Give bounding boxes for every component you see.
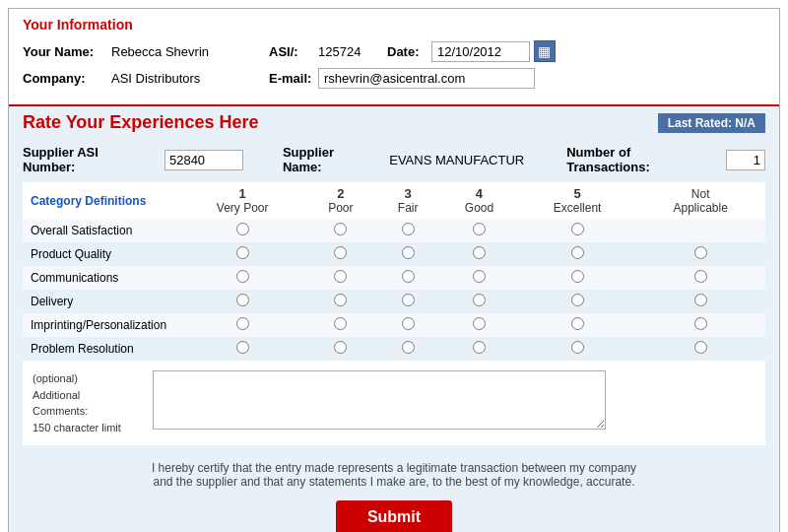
supplier-row: Supplier ASI Number: Supplier Name: EVAN… bbox=[9, 139, 779, 182]
supplier-asi-input[interactable] bbox=[164, 150, 243, 170]
rating-cell bbox=[180, 313, 304, 337]
col-num-2: 2 bbox=[310, 186, 370, 201]
date-input[interactable] bbox=[431, 41, 530, 62]
rating-cell bbox=[304, 313, 376, 337]
rating-cell bbox=[519, 219, 636, 242]
rating-cell bbox=[519, 337, 636, 361]
rating-cell bbox=[439, 313, 519, 337]
rating-radio[interactable] bbox=[402, 270, 415, 283]
submit-button[interactable]: Submit bbox=[336, 500, 452, 532]
last-rated-value: N/A bbox=[735, 116, 755, 130]
cert-line1: I hereby certify that the entry made rep… bbox=[9, 461, 779, 475]
rating-table: Category Definitions 1 Very Poor 2 Poor … bbox=[23, 182, 765, 361]
col-label-2: Poor bbox=[310, 201, 370, 215]
rating-radio[interactable] bbox=[402, 317, 415, 330]
company-row: Company: ASI Distributors E-mail: bbox=[23, 68, 765, 89]
rating-radio[interactable] bbox=[473, 246, 486, 259]
rating-radio[interactable] bbox=[402, 294, 415, 306]
rating-radio[interactable] bbox=[571, 294, 584, 306]
rating-radio[interactable] bbox=[236, 246, 249, 259]
email-input[interactable] bbox=[318, 68, 535, 89]
main-container: Your Information Your Name: Rebecca Shev… bbox=[8, 8, 780, 532]
asi-value: 125724 bbox=[318, 44, 387, 59]
rate-header: Rate Your Experiences Here Last Rated: N… bbox=[9, 104, 779, 139]
supplier-name-value: EVANS MANUFACTUR bbox=[389, 153, 547, 167]
col-label-1: Very Poor bbox=[186, 201, 298, 215]
rating-cell bbox=[519, 266, 636, 290]
name-label: Your Name: bbox=[23, 44, 111, 59]
rating-radio[interactable] bbox=[473, 294, 486, 306]
rating-radio[interactable] bbox=[402, 223, 415, 235]
supplier-asi-label: Supplier ASI Number: bbox=[23, 145, 145, 174]
rating-radio[interactable] bbox=[473, 223, 486, 235]
rating-cell bbox=[180, 242, 304, 266]
rating-cell bbox=[439, 219, 519, 242]
rating-radio[interactable] bbox=[473, 270, 486, 283]
date-label: Date: bbox=[387, 44, 431, 59]
rating-cell bbox=[439, 337, 519, 361]
rating-radio[interactable] bbox=[334, 341, 347, 354]
rating-radio[interactable] bbox=[236, 270, 249, 283]
rating-radio[interactable] bbox=[694, 294, 707, 306]
certification-text: I hereby certify that the entry made rep… bbox=[9, 455, 779, 493]
rating-cell bbox=[635, 290, 765, 313]
rating-cell bbox=[376, 313, 439, 337]
rating-radio[interactable] bbox=[473, 341, 486, 354]
col-num-5: 5 bbox=[525, 186, 630, 201]
cert-line2: and the supplier and that any statements… bbox=[9, 475, 779, 489]
rating-radio[interactable] bbox=[236, 294, 249, 306]
category-definitions-link[interactable]: Category Definitions bbox=[31, 194, 146, 208]
category-cell: Communications bbox=[23, 266, 180, 290]
rating-cell bbox=[439, 242, 519, 266]
rating-radio[interactable] bbox=[236, 223, 249, 235]
submit-row: Submit bbox=[9, 493, 779, 532]
rating-cell bbox=[180, 219, 304, 242]
category-cell: Imprinting/Personalization bbox=[23, 313, 180, 337]
comments-cell bbox=[145, 363, 763, 443]
rating-radio[interactable] bbox=[473, 317, 486, 330]
comments-row: (optional)Additional Comments:150 charac… bbox=[25, 363, 763, 443]
rating-radio[interactable] bbox=[402, 341, 415, 354]
calendar-icon[interactable] bbox=[534, 40, 556, 62]
rating-radio[interactable] bbox=[571, 223, 584, 235]
rating-cell bbox=[439, 290, 519, 313]
comments-textarea[interactable] bbox=[153, 370, 606, 430]
rate-title: Rate Your Experiences Here bbox=[23, 112, 258, 133]
email-label: E-mail: bbox=[269, 71, 318, 86]
rating-radio[interactable] bbox=[334, 246, 347, 259]
col-header-3: 3 Fair bbox=[376, 182, 439, 219]
rating-radio[interactable] bbox=[694, 341, 707, 354]
rating-radio[interactable] bbox=[571, 270, 584, 283]
rating-radio[interactable] bbox=[694, 317, 707, 330]
rating-radio[interactable] bbox=[571, 317, 584, 330]
num-transactions-input[interactable] bbox=[726, 150, 765, 170]
name-row: Your Name: Rebecca Shevrin ASI/: 125724 … bbox=[23, 40, 765, 62]
rating-cell bbox=[376, 242, 439, 266]
col-num-1: 1 bbox=[186, 186, 298, 201]
rating-radio[interactable] bbox=[334, 223, 347, 235]
rating-radio[interactable] bbox=[334, 294, 347, 306]
rating-cell bbox=[376, 290, 439, 313]
rating-cell bbox=[376, 337, 439, 361]
comments-label: (optional)Additional Comments:150 charac… bbox=[25, 363, 143, 443]
supplier-name-label: Supplier Name: bbox=[283, 145, 369, 174]
col-label-na: NotApplicable bbox=[641, 187, 759, 215]
rating-radio[interactable] bbox=[236, 341, 249, 354]
rating-radio[interactable] bbox=[402, 246, 415, 259]
rating-radio[interactable] bbox=[334, 317, 347, 330]
rating-radio[interactable] bbox=[571, 246, 584, 259]
rating-radio[interactable] bbox=[694, 270, 707, 283]
rating-radio[interactable] bbox=[694, 246, 707, 259]
col-num-4: 4 bbox=[445, 186, 513, 201]
col-label-3: Fair bbox=[382, 201, 433, 215]
category-cell: Overall Satisfaction bbox=[23, 219, 180, 242]
rating-cell bbox=[180, 266, 304, 290]
rating-radio[interactable] bbox=[236, 317, 249, 330]
col-label-4: Good bbox=[445, 201, 513, 215]
rating-cell bbox=[304, 290, 376, 313]
category-cell: Delivery bbox=[23, 290, 180, 313]
rating-radio[interactable] bbox=[334, 270, 347, 283]
rating-radio[interactable] bbox=[571, 341, 584, 354]
last-rated-label: Last Rated: bbox=[668, 116, 732, 130]
rating-cell bbox=[180, 290, 304, 313]
